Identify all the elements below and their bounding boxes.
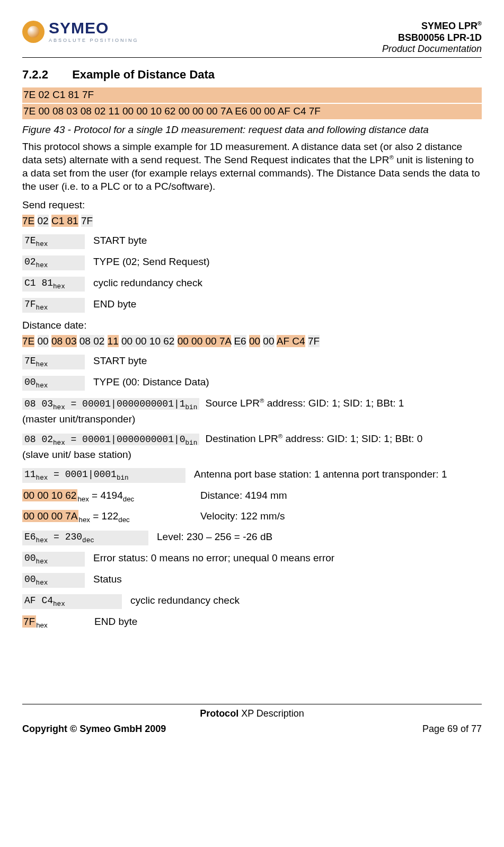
dd-def-9: 00hex Status	[22, 573, 482, 588]
dd-eq-5: = 4194	[89, 490, 123, 501]
dd-sub2-7: dec	[82, 537, 94, 544]
section-title: Example of Distance Data	[72, 68, 215, 81]
sr-sub-0: hex	[36, 240, 48, 248]
dd-sub-2: hex	[53, 404, 65, 411]
dd-note-3: (slave unit/ base station)	[22, 448, 482, 462]
dd-sub-8: hex	[36, 558, 48, 566]
logo-main-text: SYMEO	[49, 20, 139, 36]
hdr-reg: ®	[478, 20, 482, 27]
sr-desc-1: TYPE (02; Send Request)	[93, 255, 210, 269]
distance-label: Distance date:	[22, 319, 482, 332]
footer-right: Page 69 of 77	[422, 723, 482, 735]
dd-code-4: 11	[24, 469, 36, 480]
dd-code-3: 08 02	[24, 434, 53, 445]
dd-def-10: AF C4hex cyclic redundancy check	[22, 594, 482, 609]
dd-b3: 08 02	[79, 335, 105, 347]
dd-b5: 00 00 10 62	[121, 335, 174, 347]
dd-b9: 00	[263, 335, 274, 347]
packet-row-2: 7E 00 08 03 08 02 11 00 00 10 62 00 00 0…	[22, 104, 482, 119]
dd-code-9: 00	[24, 574, 36, 585]
dd-code-6: 00 00 00 7A	[22, 510, 78, 522]
sr-sub-1: hex	[36, 261, 48, 269]
logo-icon	[22, 21, 45, 43]
sr-b2: C1 81	[51, 215, 78, 227]
dd-b2: 08 03	[51, 335, 77, 347]
dd-def-3: 08 02hex = 00001|0000000001|0bin Destina…	[22, 433, 482, 462]
dd-sub-3: hex	[53, 439, 65, 447]
dd-sub-0: hex	[36, 361, 48, 368]
send-request-bytes: 7E 02 C1 81 7F	[22, 215, 482, 228]
dd-sub2-6: dec	[118, 516, 129, 524]
dd-desc3a: Destination LPR	[206, 433, 278, 444]
dd-code-10: AF C4	[24, 595, 53, 606]
dd-code-11: 7F	[22, 615, 36, 628]
dd-b6: 00 00 00 7A	[178, 335, 231, 347]
footer-center-a: Protocol	[200, 708, 238, 719]
dd-sub-10: hex	[53, 600, 65, 607]
dd-desc-9: Status	[93, 573, 122, 586]
dd-code-0: 7E	[24, 356, 36, 366]
dd-desc2a: Source LPR	[206, 398, 260, 409]
dd-b8: 00	[249, 335, 260, 347]
dd-desc2b: address: GID: 1; SID: 1; BBt: 1	[264, 398, 404, 409]
dd-sub-4: hex	[36, 474, 48, 482]
dd-def-8: 00hex Error status: 0 means no error; un…	[22, 552, 482, 567]
section-number: 7.2.2	[22, 67, 69, 83]
sr-desc-2: cyclic redundancy check	[93, 277, 202, 290]
sr-b3: 7F	[81, 215, 93, 227]
sr-desc-3: END byte	[93, 298, 136, 311]
dd-def-6: 00 00 00 7Ahex = 122dec Velocity: 122 mm…	[22, 510, 482, 524]
dd-b10: AF C4	[277, 335, 305, 347]
footer-center-b: XP Description	[238, 708, 304, 719]
dd-sub-7: hex	[36, 537, 48, 544]
hdr-line3: Product Documentation	[382, 43, 482, 55]
dd-code-7: E6	[24, 532, 36, 542]
section-heading: 7.2.2 Example of Distance Data	[22, 67, 482, 83]
send-request-label: Send request:	[22, 199, 482, 212]
dd-eq-2: = 00001|0000000001|1	[65, 399, 185, 409]
dd-b1: 00	[38, 335, 49, 347]
dd-desc-7: Level: 230 – 256 = -26 dB	[157, 531, 272, 544]
dd-desc-6: Velocity: 122 mm/s	[200, 510, 285, 523]
sr-code-1: 02	[24, 257, 36, 267]
footer-left: Copyright © Symeo GmbH 2009	[22, 723, 166, 735]
dd-desc3b: address: GID: 1; SID: 1; BBt: 0	[282, 433, 422, 444]
dd-note-2: (master unit/transponder)	[22, 413, 482, 426]
dd-desc-11: END byte	[94, 615, 137, 629]
dd-sup-3: ®	[278, 433, 282, 439]
dd-desc-1: TYPE (00: Distance Data)	[93, 376, 209, 389]
dd-code-8: 00	[24, 553, 36, 563]
dd-desc-0: START byte	[93, 355, 147, 368]
sr-b1: 02	[38, 215, 49, 227]
dd-def-0: 7Ehex START byte	[22, 355, 482, 369]
distance-bytes: 7E 00 08 03 08 02 11 00 00 10 62 00 00 0…	[22, 335, 482, 348]
dd-code-5: 00 00 10 62	[22, 489, 77, 501]
dd-sub2-5: dec	[123, 495, 134, 503]
dd-desc-8: Error status: 0 means no error; unequal …	[93, 552, 334, 565]
sr-desc-0: START byte	[93, 234, 147, 248]
dd-sub2-3: bin	[185, 439, 198, 447]
footer-center: Protocol XP Description	[22, 708, 482, 720]
figure-caption: Figure 43 - Protocol for a single 1D mea…	[22, 123, 482, 137]
packet-row-1: 7E 02 C1 81 7F	[22, 87, 482, 103]
dd-code-1: 00	[24, 377, 36, 387]
dd-b0: 7E	[22, 335, 34, 347]
dd-sub2-2: bin	[185, 404, 198, 411]
dd-eq-7: = 230	[48, 532, 82, 542]
dd-sub-11: hex	[36, 621, 47, 629]
dd-b11: 7F	[308, 335, 320, 347]
intro-paragraph: This protocol shows a simple example for…	[22, 140, 482, 193]
logo-sub-text: ABSOLUTE POSITIONING	[49, 38, 139, 43]
logo: SYMEO ABSOLUTE POSITIONING	[22, 20, 139, 43]
dd-eq-4: = 0001|0001	[48, 469, 117, 480]
dd-code-2: 08 03	[24, 399, 53, 409]
dd-sub-6: hex	[78, 516, 90, 524]
dd-def-7: E6hex = 230dec Level: 230 – 256 = -26 dB	[22, 531, 482, 545]
dd-eq-6: = 122	[90, 510, 118, 522]
sr-def-1: 02hex TYPE (02; Send Request)	[22, 255, 482, 270]
sr-code-0: 7E	[24, 235, 36, 246]
sr-def-0: 7Ehex START byte	[22, 234, 482, 249]
dd-def-5: 00 00 10 62hex = 4194dec Distance: 4194 …	[22, 489, 482, 504]
dd-def-11: 7Fhex END byte	[22, 615, 482, 630]
hdr-line2: BSB00056 LPR-1D	[382, 32, 482, 44]
